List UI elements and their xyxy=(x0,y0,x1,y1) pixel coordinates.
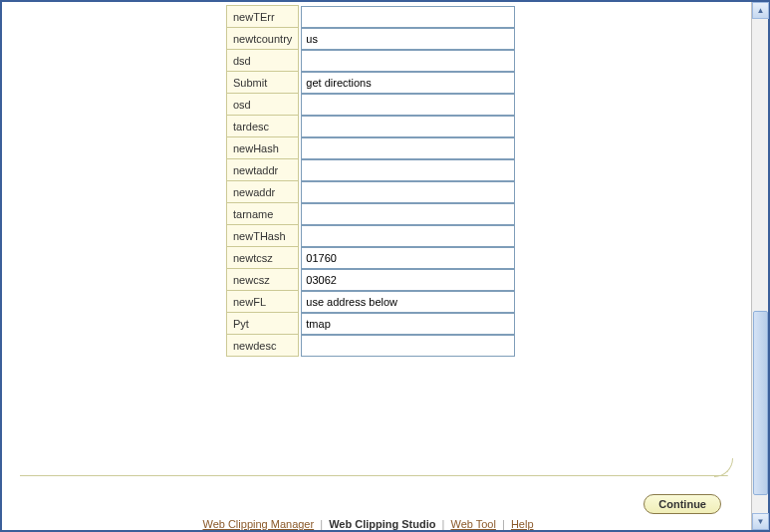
field-input[interactable] xyxy=(301,94,515,116)
form-row: osd xyxy=(227,94,516,116)
field-input[interactable] xyxy=(301,116,515,137)
form-row: newaddr xyxy=(227,181,516,203)
separator: | xyxy=(320,518,323,530)
field-label: osd xyxy=(227,94,299,116)
field-label: tarname xyxy=(227,203,299,225)
field-input-cell xyxy=(299,247,516,269)
field-input-cell xyxy=(299,269,516,291)
field-input-cell xyxy=(299,50,516,72)
field-input-cell xyxy=(299,225,516,247)
separator: | xyxy=(442,518,445,530)
field-label: tardesc xyxy=(227,116,299,137)
field-input[interactable] xyxy=(301,313,515,335)
field-label: newtaddr xyxy=(227,159,299,181)
field-input[interactable] xyxy=(301,50,515,72)
field-label: dsd xyxy=(227,50,299,72)
field-input-cell xyxy=(299,94,516,116)
form-row: newFL xyxy=(227,291,516,313)
form-row: newtaddr xyxy=(227,159,516,181)
field-label: newcsz xyxy=(227,269,299,291)
scrollbar-track[interactable]: ▲ ▼ xyxy=(751,2,768,530)
field-input[interactable] xyxy=(301,269,515,291)
app-frame: newTErrnewtcountrydsdSubmitosdtardescnew… xyxy=(0,0,770,532)
field-input-cell xyxy=(299,159,516,181)
footer-link-manager[interactable]: Web Clipping Manager xyxy=(202,518,314,530)
form-row: newTErr xyxy=(227,6,516,28)
scroll-up-button[interactable]: ▲ xyxy=(752,2,769,19)
field-input-cell xyxy=(299,28,516,50)
field-input-cell xyxy=(299,137,516,159)
field-input[interactable] xyxy=(301,203,515,225)
footer-link-tool[interactable]: Web Tool xyxy=(450,518,495,530)
footer-link-studio: Web Clipping Studio xyxy=(329,518,435,530)
field-label: newdesc xyxy=(227,335,299,357)
field-input-cell xyxy=(299,6,516,28)
form-table: newTErrnewtcountrydsdSubmitosdtardescnew… xyxy=(226,5,516,357)
field-label: newHash xyxy=(227,137,299,159)
field-input[interactable] xyxy=(301,291,515,313)
field-input[interactable] xyxy=(301,72,515,94)
field-input-cell xyxy=(299,203,516,225)
form-row: newTHash xyxy=(227,225,516,247)
form-row: tarname xyxy=(227,203,516,225)
field-label: Pyt xyxy=(227,313,299,335)
field-label: newTErr xyxy=(227,6,299,28)
form-row: newcsz xyxy=(227,269,516,291)
field-label: newtcountry xyxy=(227,28,299,50)
field-input[interactable] xyxy=(301,247,515,269)
field-input-cell xyxy=(299,291,516,313)
field-label: newtcsz xyxy=(227,247,299,269)
field-input[interactable] xyxy=(301,137,515,159)
scroll-down-button[interactable]: ▼ xyxy=(752,513,769,530)
field-label: Submit xyxy=(227,72,299,94)
field-input-cell xyxy=(299,72,516,94)
field-label: newFL xyxy=(227,291,299,313)
form-row: newtcsz xyxy=(227,247,516,269)
field-label: newaddr xyxy=(227,181,299,203)
field-input-cell xyxy=(299,313,516,335)
field-input[interactable] xyxy=(301,28,515,50)
footer-link-help[interactable]: Help xyxy=(511,518,534,530)
field-input[interactable] xyxy=(301,181,515,203)
field-input[interactable] xyxy=(301,159,515,181)
divider-line xyxy=(20,475,728,476)
field-input[interactable] xyxy=(301,335,515,357)
field-input-cell xyxy=(299,116,516,137)
form-row: tardesc xyxy=(227,116,516,137)
content-area: newTErrnewtcountrydsdSubmitosdtardescnew… xyxy=(2,2,751,530)
form-row: newdesc xyxy=(227,335,516,357)
field-input[interactable] xyxy=(301,225,515,247)
continue-button[interactable]: Continue xyxy=(643,494,721,514)
field-input[interactable] xyxy=(301,6,515,28)
form-row: dsd xyxy=(227,50,516,72)
form-row: Submit xyxy=(227,72,516,94)
form-row: newHash xyxy=(227,137,516,159)
form-row: Pyt xyxy=(227,313,516,335)
field-label: newTHash xyxy=(227,225,299,247)
separator: | xyxy=(502,518,505,530)
field-input-cell xyxy=(299,181,516,203)
form-row: newtcountry xyxy=(227,28,516,50)
field-input-cell xyxy=(299,335,516,357)
footer-links: Web Clipping Manager | Web Clipping Stud… xyxy=(2,518,734,530)
scroll-thumb[interactable] xyxy=(753,311,768,495)
